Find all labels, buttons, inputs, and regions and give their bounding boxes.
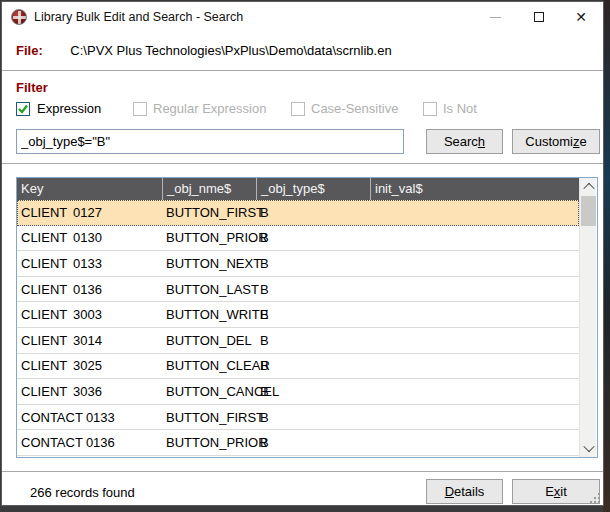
- record-count-status: 266 records found: [30, 485, 135, 500]
- column-header-obj-type[interactable]: _obj_type$: [256, 178, 370, 200]
- dialog-window: Library Bulk Edit and Search - Search ✕ …: [1, 1, 604, 506]
- minimize-button: [475, 2, 515, 32]
- cell-obj-nme: BUTTON_LAST: [162, 282, 256, 297]
- table-row[interactable]: CLIENT0136 BUTTON_LAST B: [17, 277, 579, 303]
- maximize-icon: [534, 12, 544, 22]
- cell-obj-type: B: [256, 384, 370, 399]
- chevron-down-icon: [583, 441, 594, 452]
- column-header-key[interactable]: Key: [17, 178, 162, 200]
- grid-header-row: Key _obj_nme$ _obj_type$ init_val$: [17, 178, 579, 200]
- desktop-backdrop: [603, 0, 610, 512]
- cell-obj-type: B: [256, 282, 370, 297]
- cell-obj-type: B: [256, 307, 370, 322]
- cell-key: CLIENT0130: [17, 230, 162, 245]
- cell-obj-nme: BUTTON_CLEAR: [162, 358, 256, 373]
- grid-main: Key _obj_nme$ _obj_type$ init_val$ CLIEN…: [17, 178, 579, 457]
- checkbox-case-sensitive: Case-Sensitive: [291, 101, 398, 116]
- checkbox-label: Case-Sensitive: [311, 101, 398, 116]
- table-row[interactable]: CLIENT3014 BUTTON_DEL B: [17, 328, 579, 354]
- checkbox-box: [423, 102, 437, 116]
- cell-obj-type: B: [256, 358, 370, 373]
- results-grid: Key _obj_nme$ _obj_type$ init_val$ CLIEN…: [16, 177, 598, 458]
- scroll-up-button[interactable]: [580, 179, 597, 195]
- table-row[interactable]: CLIENT3036 BUTTON_CANCEL B: [17, 379, 579, 405]
- title-bar[interactable]: Library Bulk Edit and Search - Search ✕: [2, 2, 603, 32]
- cell-key: CLIENT3003: [17, 307, 162, 322]
- checkbox-label: Regular Expression: [153, 101, 266, 116]
- cell-key: CLIENT3025: [17, 358, 162, 373]
- table-row[interactable]: CLIENT3003 BUTTON_WRITE B: [17, 302, 579, 328]
- cell-obj-nme: BUTTON_PRIOR: [162, 230, 256, 245]
- cell-obj-nme: BUTTON_DEL: [162, 333, 256, 348]
- file-label: File:: [16, 43, 43, 58]
- table-row[interactable]: CONTACT0136 BUTTON_PRIOR B: [17, 430, 579, 456]
- vertical-scrollbar[interactable]: [579, 178, 596, 457]
- filter-section-label: Filter: [16, 80, 48, 95]
- cell-key: CLIENT0136: [17, 282, 162, 297]
- cell-obj-type: B: [256, 410, 370, 425]
- cell-obj-type: B: [256, 230, 370, 245]
- cell-obj-type: B: [256, 333, 370, 348]
- minimize-icon: [490, 17, 501, 18]
- resize-grip[interactable]: [590, 493, 600, 503]
- cell-obj-type: B: [256, 435, 370, 450]
- cell-key: CLIENT3036: [17, 384, 162, 399]
- checkmark-icon: [17, 103, 29, 115]
- cell-obj-nme: BUTTON_WRITE: [162, 307, 256, 322]
- cell-key: CLIENT0133: [17, 256, 162, 271]
- checkbox-is-not: Is Not: [423, 101, 477, 116]
- table-row[interactable]: CLIENT3025 BUTTON_CLEAR B: [17, 354, 579, 380]
- separator: [2, 163, 603, 164]
- checkbox-label: Is Not: [443, 101, 477, 116]
- column-header-init-val[interactable]: init_val$: [370, 178, 579, 200]
- cell-key: CONTACT0136: [17, 435, 162, 450]
- checkbox-expression[interactable]: Expression: [16, 101, 101, 116]
- cell-obj-nme: BUTTON_CANCEL: [162, 384, 256, 399]
- separator: [2, 70, 603, 71]
- app-logo-icon: [11, 9, 27, 25]
- checkbox-box[interactable]: [16, 102, 30, 116]
- maximize-button[interactable]: [519, 2, 559, 32]
- cell-obj-nme: BUTTON_NEXT: [162, 256, 256, 271]
- cell-obj-type: B: [256, 205, 370, 220]
- cell-obj-nme: BUTTON_PRIOR: [162, 435, 256, 450]
- table-row[interactable]: CLIENT0127 BUTTON_FIRST B: [17, 200, 579, 226]
- file-path: C:\PVX Plus Technologies\PxPlus\Demo\dat…: [70, 43, 391, 58]
- checkbox-box: [291, 102, 305, 116]
- checkbox-box: [133, 102, 147, 116]
- table-row[interactable]: CLIENT0130 BUTTON_PRIOR B: [17, 226, 579, 252]
- filter-checkbox-row: Expression Regular Expression Case-Sensi…: [2, 101, 603, 117]
- scroll-down-button[interactable]: [580, 440, 597, 456]
- customize-button[interactable]: Customize: [512, 129, 600, 154]
- cell-obj-nme: BUTTON_FIRST: [162, 205, 256, 220]
- cell-key: CONTACT0133: [17, 410, 162, 425]
- cell-key: CLIENT3014: [17, 333, 162, 348]
- close-button[interactable]: ✕: [561, 2, 601, 32]
- details-button[interactable]: Details: [426, 479, 503, 504]
- expression-input[interactable]: [16, 129, 404, 154]
- window-title: Library Bulk Edit and Search - Search: [34, 2, 243, 32]
- scrollbar-thumb[interactable]: [581, 196, 596, 226]
- exit-button[interactable]: Exit: [512, 479, 600, 504]
- table-row[interactable]: CLIENT0133 BUTTON_NEXT B: [17, 251, 579, 277]
- close-icon: ✕: [575, 10, 587, 24]
- cell-key: CLIENT0127: [17, 205, 162, 220]
- checkbox-regular-expression: Regular Expression: [133, 101, 266, 116]
- search-button[interactable]: Search: [426, 129, 503, 154]
- cell-obj-nme: BUTTON_FIRST: [162, 410, 256, 425]
- checkbox-label: Expression: [37, 101, 101, 116]
- chevron-up-icon: [583, 183, 594, 194]
- table-body: CLIENT0127 BUTTON_FIRST B CLIENT0130 BUT…: [17, 200, 579, 456]
- column-header-obj-nme[interactable]: _obj_nme$: [162, 178, 256, 200]
- separator: [2, 471, 603, 472]
- file-row: File: C:\PVX Plus Technologies\PxPlus\De…: [16, 43, 392, 58]
- cell-obj-type: B: [256, 256, 370, 271]
- table-row[interactable]: CONTACT0133 BUTTON_FIRST B: [17, 405, 579, 431]
